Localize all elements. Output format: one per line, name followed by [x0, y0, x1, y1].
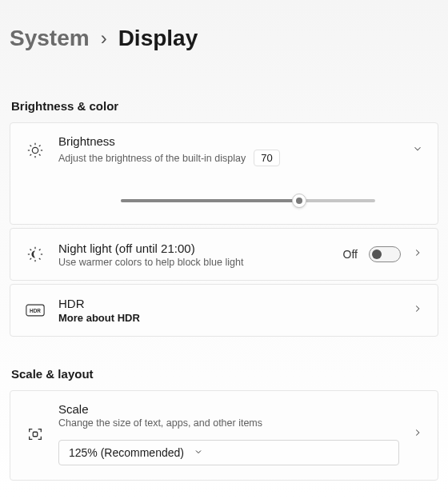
- svg-line-6: [39, 154, 41, 156]
- chevron-down-icon[interactable]: [412, 143, 423, 158]
- scale-icon: [25, 425, 46, 443]
- brightness-card: Brightness Adjust the brightness of the …: [10, 122, 438, 225]
- brightness-title: Brightness: [58, 134, 399, 148]
- chevron-right-icon[interactable]: [412, 427, 423, 441]
- brightness-slider[interactable]: [121, 194, 375, 208]
- night-light-toggle[interactable]: [369, 246, 401, 262]
- brightness-subtitle: Adjust the brightness of the built-in di…: [58, 153, 246, 164]
- section-header-scale-layout: Scale & layout: [11, 367, 438, 381]
- page-title: Display: [118, 26, 198, 51]
- slider-thumb[interactable]: [292, 194, 306, 208]
- chevron-right-icon: ›: [101, 27, 107, 50]
- night-light-subtitle: Use warmer colors to help block blue lig…: [58, 257, 330, 268]
- chevron-down-icon: [194, 446, 203, 459]
- hdr-icon: HDR: [25, 303, 46, 317]
- night-light-state-label: Off: [343, 248, 358, 261]
- section-header-brightness-color: Brightness & color: [11, 99, 438, 113]
- svg-line-13: [30, 249, 31, 250]
- svg-line-5: [30, 145, 31, 146]
- scale-dropdown[interactable]: 125% (Recommended): [58, 440, 399, 465]
- svg-line-16: [39, 249, 41, 250]
- night-light-icon: [25, 246, 46, 263]
- chevron-right-icon[interactable]: [412, 303, 423, 317]
- svg-line-8: [39, 145, 41, 146]
- scale-dropdown-value: 125% (Recommended): [69, 446, 184, 459]
- svg-text:HDR: HDR: [30, 308, 41, 313]
- scale-card[interactable]: Scale Change the size of text, apps, and…: [10, 390, 438, 481]
- chevron-right-icon[interactable]: [412, 247, 423, 261]
- svg-point-0: [32, 147, 38, 153]
- night-light-card[interactable]: Night light (off until 21:00) Use warmer…: [10, 228, 438, 281]
- scale-subtitle: Change the size of text, apps, and other…: [58, 417, 399, 429]
- night-light-title: Night light (off until 21:00): [58, 242, 330, 255]
- hdr-more-link[interactable]: More about HDR: [58, 312, 399, 324]
- hdr-title: HDR: [58, 297, 399, 310]
- svg-line-14: [39, 258, 41, 260]
- breadcrumb-parent[interactable]: System: [10, 26, 90, 51]
- scale-title: Scale: [58, 402, 399, 416]
- svg-line-7: [30, 154, 31, 156]
- svg-rect-19: [33, 432, 38, 437]
- hdr-card[interactable]: HDR HDR More about HDR: [10, 284, 438, 337]
- svg-line-15: [30, 258, 31, 260]
- breadcrumb: System › Display: [10, 26, 438, 51]
- brightness-value: 70: [254, 150, 279, 166]
- brightness-icon: [25, 142, 46, 159]
